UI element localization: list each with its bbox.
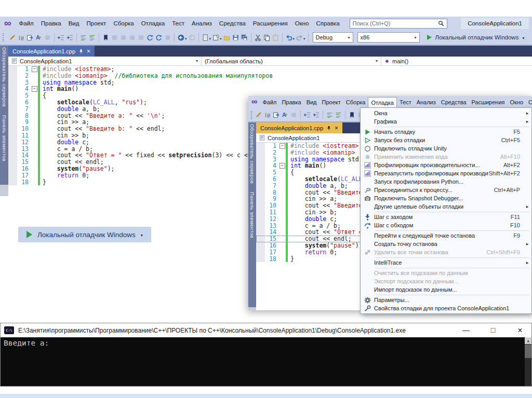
menu-item-start-debugging[interactable]: Начать отладкуF5 (361, 128, 531, 136)
menu-item-extensions[interactable]: Расширения (469, 97, 508, 108)
breakpoint-margin[interactable] (8, 92, 17, 99)
toolbar-drag-handle[interactable] (3, 33, 6, 42)
menu-item-run-to-next-breakpoint[interactable]: Перейти к следующей точке остановаF9 (361, 231, 531, 240)
tab-consoleapplication1-cpp[interactable]: ConsoleApplication1.cpp × (8, 46, 95, 57)
menu-item-project[interactable]: Проект (83, 18, 110, 29)
menu-item-extensions[interactable]: Расширения (249, 18, 291, 29)
undo-button[interactable] (285, 32, 294, 43)
solution-configuration-combobox[interactable]: Debug▾ (313, 32, 353, 43)
breakpoint-margin[interactable] (8, 86, 17, 92)
breakpoint-margin[interactable] (8, 126, 17, 132)
breakpoint-margin[interactable] (8, 159, 17, 166)
menu-item-view[interactable]: Вид (65, 18, 83, 29)
menu-item-help[interactable]: Справка (312, 18, 343, 29)
menu-item-performance-profiler[interactable]: Профилировщик производительности...Alt+F… (361, 161, 531, 169)
fold-collapse-icon[interactable]: − (279, 162, 286, 169)
nav-member-dropdown[interactable]: main() (381, 57, 532, 65)
breakpoint-margin[interactable] (8, 66, 17, 73)
toolbar-drag-handle[interactable] (251, 111, 252, 119)
menu-item-file[interactable]: Файл (260, 97, 279, 108)
sidebar-item-toolbox[interactable]: Панель элементов (249, 192, 255, 238)
decrease-indent-button[interactable] (303, 110, 312, 120)
menu-item-build[interactable]: Сборка (343, 97, 368, 108)
menu-item-build[interactable]: Сборка (110, 18, 137, 29)
menu-item-test[interactable]: Тест (168, 18, 188, 29)
console-output[interactable]: Введите a: ▲ (1, 337, 531, 386)
solution-platform-combobox[interactable]: x86▾ (357, 32, 420, 43)
display-quick-info-button[interactable]: A (34, 32, 43, 43)
menu-item-tools[interactable]: Средства (438, 97, 469, 108)
menu-item-other-debug-targets[interactable]: Другие целевые объекты отладки▸ (361, 202, 531, 211)
menu-item-project-debug-properties[interactable]: Свойства отладки для проекта ConsoleAppl… (361, 304, 531, 312)
menu-item-step-into[interactable]: Шаг с заходомF11 (361, 213, 531, 221)
open-file-button[interactable] (222, 32, 231, 43)
save-button[interactable] (231, 32, 240, 43)
new-file-button[interactable] (201, 32, 210, 43)
menu-item-import-datatips[interactable]: Импорт подсказок по данным... (361, 285, 531, 294)
menu-item-attach-to-process[interactable]: Присоединиться к процессу...Ctrl+Alt+P (361, 186, 531, 194)
menu-item-project[interactable]: Проект (320, 97, 343, 108)
uncomment-selection-button[interactable] (334, 110, 343, 120)
start-debugging-button[interactable]: Локальный отладчик Windows▾ (427, 34, 525, 40)
menu-item-intellitrace[interactable]: IntelliTrace▸ (361, 258, 531, 267)
breakpoint-margin[interactable] (256, 183, 265, 189)
fold-collapse-icon[interactable]: − (279, 143, 286, 149)
breakpoint-margin[interactable] (256, 249, 265, 256)
sync-namespaces-2-button[interactable] (154, 32, 163, 43)
breakpoint-margin[interactable] (256, 169, 265, 176)
minimize-button[interactable]: — (455, 323, 477, 337)
toggle-bookmark-button[interactable] (348, 110, 356, 120)
navigate-to-button[interactable] (272, 110, 281, 120)
breakpoint-margin[interactable] (8, 113, 17, 119)
menu-item-snapshot-debugger[interactable]: Подключить Snapshot Debugger... (361, 194, 531, 202)
menu-item-tools[interactable]: Средства (216, 18, 249, 29)
sidebar-item-toolbox[interactable]: Панель элементов (2, 115, 7, 161)
scroll-up-icon[interactable]: ▲ (525, 337, 531, 344)
add-new-item-button[interactable] (211, 32, 220, 43)
menu-item-analysis[interactable]: Анализ (414, 97, 438, 108)
menu-item-debug[interactable]: Отладка (138, 18, 168, 29)
toggle-bookmark-button[interactable] (101, 32, 110, 43)
breakpoint-margin[interactable] (256, 202, 265, 209)
menu-item-new-breakpoint[interactable]: Создать точку останова▸ (361, 240, 531, 248)
increase-indent-button[interactable] (65, 32, 74, 43)
console-scrollbar[interactable]: ▲ (525, 337, 531, 386)
close-icon[interactable]: × (87, 48, 90, 54)
breakpoint-margin[interactable] (256, 196, 265, 202)
breakpoint-margin[interactable] (256, 149, 265, 156)
scrollbar-thumb[interactable] (525, 345, 531, 358)
search-input[interactable]: Поиск (Ctrl+Q) (350, 19, 448, 29)
breakpoint-margin[interactable] (8, 139, 17, 146)
find-all-references-button[interactable]: [@] (17, 32, 25, 43)
breakpoint-margin[interactable] (256, 209, 265, 216)
breakpoint-margin[interactable] (8, 73, 17, 79)
sidebar-item-server-explorer[interactable]: Обозреватель серверов (2, 47, 7, 107)
cut-button[interactable] (254, 32, 262, 43)
pin-icon[interactable] (78, 49, 84, 54)
breakpoint-margin[interactable] (256, 162, 265, 169)
breakpoint-margin[interactable] (8, 166, 17, 172)
increase-indent-button[interactable] (312, 110, 321, 120)
menu-item-help[interactable]: Справка (526, 97, 532, 108)
sync-namespaces-1-button[interactable] (145, 32, 154, 43)
toggle-header-code-file-button[interactable] (254, 110, 263, 120)
menu-item-graphics[interactable]: Графика▸ (361, 117, 531, 126)
breakpoint-margin[interactable] (8, 146, 17, 153)
breakpoint-margin[interactable] (256, 216, 265, 223)
breakpoint-margin[interactable] (8, 172, 17, 179)
comment-selection-button[interactable] (325, 110, 334, 120)
menu-item-windows[interactable]: Окна▸ (361, 109, 531, 117)
display-quick-info-button[interactable]: A (281, 110, 289, 120)
nav-project-dropdown[interactable]: ConsoleApplication1 ▾ (8, 57, 202, 65)
breakpoint-margin[interactable] (256, 143, 265, 149)
close-icon[interactable]: × (335, 125, 338, 131)
menu-item-edit[interactable]: Правка (37, 18, 65, 29)
navigate-to-button[interactable] (25, 32, 34, 43)
breakpoint-margin[interactable] (8, 99, 17, 106)
breakpoint-margin[interactable] (8, 106, 17, 113)
menu-item-restart-performance-profiler[interactable]: Перезапустить профилировщик производител… (361, 169, 531, 177)
find-all-references-button[interactable]: [@] (263, 110, 272, 120)
close-button[interactable]: × (509, 323, 531, 337)
pin-icon[interactable] (326, 126, 331, 131)
breakpoint-margin[interactable] (8, 132, 17, 139)
